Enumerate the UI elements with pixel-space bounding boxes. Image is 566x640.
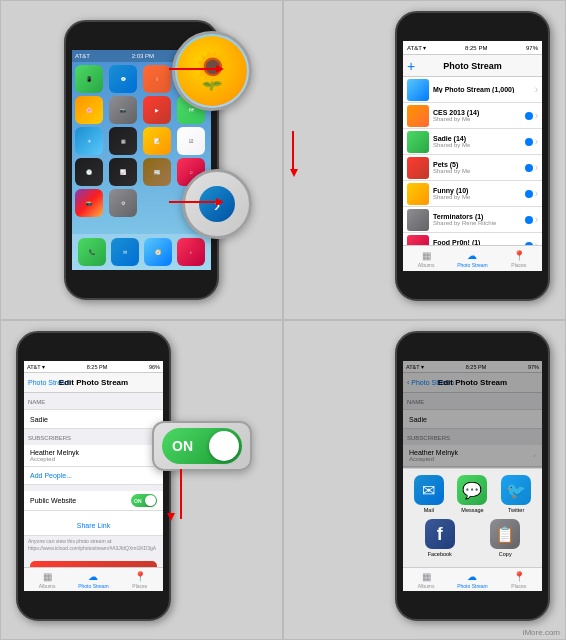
stream-item-sadie[interactable]: Sadie (14) Shared by Me ›	[403, 129, 542, 155]
app-appstore[interactable]: 🅐	[109, 65, 137, 93]
tab-albums-label: Albums	[418, 262, 435, 268]
public-website-row[interactable]: Public Website ON	[24, 491, 163, 511]
tab-albums-label-4: Albums	[418, 583, 435, 589]
red-arrow-q2	[292, 131, 294, 171]
quadrant-bottom-left: AT&T ▾ 8:25 PM 96% Photo Stream Edit Pho…	[0, 320, 283, 640]
dock-mail[interactable]: ✉	[111, 238, 139, 266]
copy-share-icon[interactable]: 📋	[490, 519, 520, 549]
share-app-twitter[interactable]: 🐦 Twitter	[501, 475, 531, 513]
time-3: 8:25 PM	[87, 364, 107, 370]
stream-item-text-my: My Photo Stream (1,000)	[433, 86, 535, 93]
photostream-icon-3: ☁	[88, 571, 98, 583]
share-app-mail[interactable]: ✉ Mail	[414, 475, 444, 513]
thumb-sadie	[407, 131, 429, 153]
app-reminders[interactable]: ☑	[177, 127, 205, 155]
chevron-my: ›	[535, 84, 538, 95]
app-messaging[interactable]: 📱	[75, 65, 103, 93]
new-indicator-sadie	[525, 138, 533, 146]
stream-name-terminators: Terminators (1)	[433, 213, 525, 220]
new-indicator-ces	[525, 112, 533, 120]
add-stream-button[interactable]: +	[407, 59, 415, 73]
tab-albums-4[interactable]: ▦ Albums	[403, 568, 449, 591]
time-1: 2:03 PM	[132, 53, 154, 59]
tab-places-4[interactable]: 📍 Places	[496, 568, 542, 591]
new-indicator-terminators	[525, 216, 533, 224]
sunflower-bubble: 🌻	[172, 31, 252, 111]
iphone-screen-3: AT&T ▾ 8:25 PM 96% Photo Stream Edit Pho…	[24, 361, 163, 591]
facebook-share-label: Facebook	[428, 551, 452, 557]
name-value: Sadie	[30, 416, 157, 423]
thumb-terminators	[407, 209, 429, 231]
public-website-toggle[interactable]: ON	[131, 494, 157, 507]
thumb-ces	[407, 105, 429, 127]
tab-places-label-4: Places	[511, 583, 526, 589]
share-app-facebook[interactable]: f Facebook	[425, 519, 455, 557]
app-passbook[interactable]: ▦	[109, 127, 137, 155]
dock-phone[interactable]: 📞	[78, 238, 106, 266]
dock-safari[interactable]: 🧭	[144, 238, 172, 266]
app-clock[interactable]: 🕐	[75, 158, 103, 186]
share-link-label: Share Link	[77, 522, 110, 529]
dock-music[interactable]: ♪	[177, 238, 205, 266]
iphone-device-2: AT&T ▾ 8:25 PM 97% + Photo Stream My Pho…	[395, 11, 550, 301]
facebook-share-icon[interactable]: f	[425, 519, 455, 549]
app-settings[interactable]: ⚙	[109, 189, 137, 217]
app-notes[interactable]: 📝	[143, 127, 171, 155]
subscriber-heather[interactable]: Heather Melnyk Accepted ›	[24, 445, 163, 467]
stream-item-text-pets: Pets (5) Shared by Me	[433, 161, 525, 174]
tab-photostream[interactable]: ☁ Photo Stream	[449, 246, 495, 271]
twitter-share-icon[interactable]: 🐦	[501, 475, 531, 505]
public-website-label: Public Website	[30, 497, 131, 504]
albums-icon: ▦	[422, 250, 431, 262]
stream-item-terminators[interactable]: Terminators (1) Shared by Rene Ritchie ›	[403, 207, 542, 233]
on-toggle-bubble: ON	[152, 421, 252, 471]
battery-2: 97%	[526, 45, 538, 51]
subscribers-label: Subscribers	[28, 433, 159, 443]
chevron-ces: ›	[535, 110, 538, 121]
stream-item-pets[interactable]: Pets (5) Shared by Me ›	[403, 155, 542, 181]
share-app-copy[interactable]: 📋 Copy	[490, 519, 520, 557]
app-instagram[interactable]: 📸	[75, 189, 103, 217]
mail-share-icon[interactable]: ✉	[414, 475, 444, 505]
app-camera[interactable]: 📷	[109, 96, 137, 124]
photostream-icon-4: ☁	[467, 571, 477, 583]
tab-photostream-3[interactable]: ☁ Photo Stream	[70, 568, 116, 591]
chevron-sadie: ›	[535, 136, 538, 147]
carrier-1: AT&T	[75, 53, 90, 59]
share-url: https://www.icloud.com/photostream/#A3Jf…	[28, 545, 156, 551]
app-weather[interactable]: ☀	[75, 127, 103, 155]
tab-places-label: Places	[511, 262, 526, 268]
tab-albums-3[interactable]: ▦ Albums	[24, 568, 70, 591]
stream-item-my[interactable]: My Photo Stream (1,000) ›	[403, 77, 542, 103]
app-imore[interactable]: i	[143, 65, 171, 93]
photostream-icon: ☁	[467, 250, 477, 262]
subscriber-info: Heather Melnyk Accepted	[30, 449, 154, 462]
stream-list: My Photo Stream (1,000) › CES 2013 (14) …	[403, 77, 542, 271]
share-sheet: ✉ Mail 💬 Message 🐦 Twitter f F	[403, 468, 542, 567]
sunflower-icon: 🌻	[177, 36, 247, 106]
albums-icon-4: ▦	[422, 571, 431, 583]
app-stocks[interactable]: 📈	[109, 158, 137, 186]
stream-item-funny[interactable]: Funny (10) Shared by Me ›	[403, 181, 542, 207]
app-videos[interactable]: ▶	[143, 96, 171, 124]
add-people-row[interactable]: Add People...	[24, 467, 163, 485]
tab-places-3[interactable]: 📍 Places	[117, 568, 163, 591]
on-toggle-large[interactable]: ON	[162, 428, 242, 464]
stream-item-text-funny: Funny (10) Shared by Me	[433, 187, 525, 200]
tab-places[interactable]: 📍 Places	[496, 246, 542, 271]
app-photos[interactable]: 🌸	[75, 96, 103, 124]
tab-albums[interactable]: ▦ Albums	[403, 246, 449, 271]
share-description: Anyone can view this photo stream at: ht…	[24, 536, 163, 553]
albums-icon-3: ▦	[43, 571, 52, 583]
app-newsstand[interactable]: 📰	[143, 158, 171, 186]
thumb-my	[407, 79, 429, 101]
share-app-message[interactable]: 💬 Message	[457, 475, 487, 513]
tab-photostream-4[interactable]: ☁ Photo Stream	[449, 568, 495, 591]
on-toggle-label: ON	[172, 438, 193, 454]
share-link-row[interactable]: Share Link	[24, 511, 163, 536]
name-row[interactable]: Sadie	[24, 409, 163, 429]
stream-item-ces[interactable]: CES 2013 (14) Shared by Me ›	[403, 103, 542, 129]
iphone-screen-2: AT&T ▾ 8:25 PM 97% + Photo Stream My Pho…	[403, 41, 542, 271]
message-share-icon[interactable]: 💬	[457, 475, 487, 505]
stream-sub-sadie: Shared by Me	[433, 142, 525, 148]
